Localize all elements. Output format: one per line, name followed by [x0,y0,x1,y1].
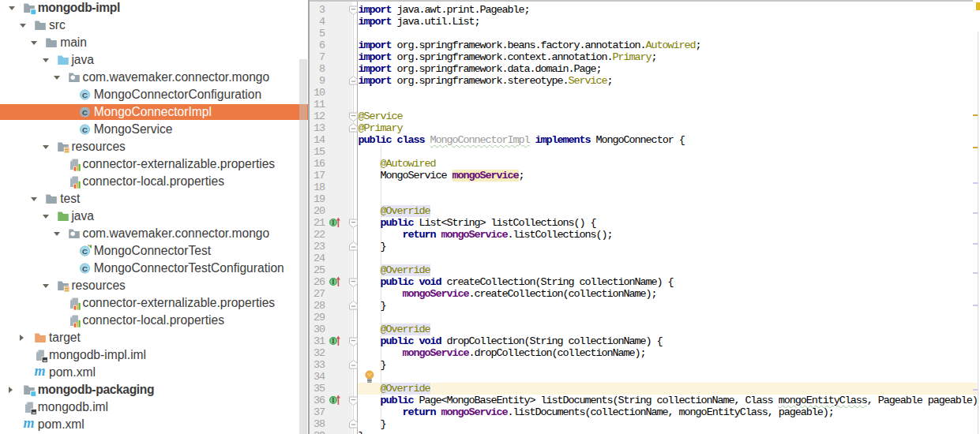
svg-text:m: m [24,418,35,431]
svg-text:C: C [82,108,88,117]
svg-text:m: m [35,366,46,379]
svg-text:C: C [82,125,88,134]
svg-text:C: C [82,264,88,273]
svg-text:C: C [82,91,88,99]
svg-text:C: C [82,247,88,256]
